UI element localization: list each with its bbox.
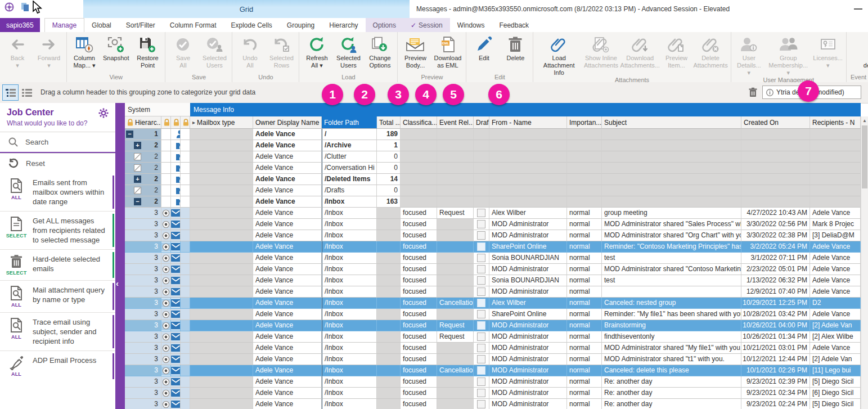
group-membership-button[interactable]: Group Membership... ▾ — [765, 32, 811, 77]
cell-owner[interactable]: Adele Vance — [253, 331, 322, 343]
cell-draft[interactable] — [474, 230, 489, 241]
cell-subject[interactable] — [602, 196, 741, 208]
message-row[interactable]: 3Adele Vance/InboxfocusedMOD Administrat… — [125, 376, 861, 388]
cell-folder-path[interactable]: /Inbox — [322, 354, 377, 365]
load-attachment-info-button[interactable]: Load Attachment Info — [535, 32, 582, 77]
cell-folder-path[interactable]: /Inbox — [322, 219, 377, 230]
folder-row[interactable]: +2Adele Vance/Deleted Items14 — [125, 174, 861, 185]
cell-mailbox-type[interactable] — [190, 185, 253, 196]
tab-explode-cells[interactable]: Explode Cells — [223, 18, 279, 32]
cell-created-on[interactable]: 3/30/2022 02:56 PM — [741, 219, 810, 230]
cell-classification[interactable] — [401, 140, 437, 151]
cell-importance[interactable]: normal — [567, 399, 602, 409]
cell-from_name[interactable] — [489, 163, 567, 174]
cell-folder-path[interactable]: /Archive — [322, 140, 377, 151]
cell-folder-path[interactable]: /Deleted Items — [322, 174, 377, 185]
cell-total[interactable] — [377, 309, 401, 320]
cell-mailbox-type[interactable] — [190, 331, 253, 343]
folder-row[interactable]: 2Adele Vance/Drafts0 — [125, 185, 861, 196]
cell-event-rel[interactable] — [437, 388, 474, 399]
change-options-button[interactable]: Change Options — [364, 32, 395, 69]
cell-owner[interactable]: Adele Vance — [253, 129, 322, 140]
cell-total[interactable] — [377, 241, 401, 253]
cell-importance[interactable]: normal — [567, 219, 602, 230]
expand-icon[interactable]: + — [134, 142, 141, 149]
cell-mailbox-type[interactable] — [190, 286, 253, 298]
cell-subject[interactable]: MOD Administrator shared "Contoso Market… — [602, 264, 741, 275]
cell-total[interactable]: 163 — [377, 196, 401, 208]
cell-mailbox-type[interactable] — [190, 399, 253, 409]
cell-draft[interactable] — [474, 140, 489, 151]
cell-created-on[interactable]: 10/26/2021 04:00 PM — [741, 320, 810, 331]
cell-subject[interactable]: MOD Administrator shared "Sales Process"… — [602, 219, 741, 230]
job-item-emails-sent-from-mailbox-owner[interactable]: ALL Emails sent from mailbox owners with… — [0, 173, 115, 211]
tab-sapio365[interactable]: sapio365 — [0, 18, 40, 32]
cell-folder-path[interactable]: /Inbox — [322, 264, 377, 275]
cell-hierarchy[interactable]: 2 — [125, 185, 161, 196]
cell-classification[interactable] — [401, 151, 437, 163]
col-header-draft[interactable]: Draft — [474, 116, 489, 129]
cell-classification[interactable]: focused — [401, 275, 437, 286]
cell-mailbox-type[interactable] — [190, 275, 253, 286]
cell-importance[interactable]: normal — [567, 331, 602, 343]
folder-row[interactable]: 2Adele Vance/Clutter0 — [125, 151, 861, 163]
cell-from-name[interactable]: MOD Administrator — [489, 354, 567, 365]
list-view-toggle[interactable] — [19, 84, 35, 101]
cell-draft[interactable] — [474, 275, 489, 286]
cell-hierarchy[interactable]: 3 — [125, 286, 161, 298]
edit-button[interactable]: Edit — [468, 32, 500, 62]
cell-owner[interactable]: Adele Vance — [253, 286, 322, 298]
sapio365-logo-icon[interactable] — [5, 2, 14, 12]
cell-from_name[interactable] — [489, 174, 567, 185]
cell-subject[interactable] — [602, 129, 741, 140]
col-header-folder_path[interactable]: Folder Path — [322, 116, 377, 129]
cell-classification[interactable]: focused — [401, 253, 437, 264]
message-row[interactable]: 3Adele Vance/InboxfocusedRequestMOD Admi… — [125, 320, 861, 331]
cell-classification[interactable] — [401, 129, 437, 140]
cell-hierarchy[interactable]: 3 — [125, 230, 161, 241]
cell-draft[interactable] — [474, 185, 489, 196]
cell-from-name[interactable]: MOD Administrator — [489, 320, 567, 331]
cell-recipients[interactable]: [11] Lego bui — [810, 365, 861, 376]
cell-mailbox-type[interactable] — [190, 376, 253, 388]
cell-subject[interactable]: Canceled: nested group — [602, 298, 741, 309]
cell-hierarchy[interactable]: 3 — [125, 253, 161, 264]
cell-total[interactable] — [377, 320, 401, 331]
cell-subject[interactable] — [602, 286, 741, 298]
download-as-eml-button[interactable]: EMLDownload as EML — [431, 32, 464, 69]
col-header-classification[interactable]: Classifica... — [401, 116, 437, 129]
cell-mailbox-type[interactable] — [190, 208, 253, 219]
cell-draft[interactable] — [474, 219, 489, 230]
cell-event-rel[interactable] — [437, 241, 474, 253]
cell-created-on[interactable]: 9/23/2021 02:39 PM — [741, 376, 810, 388]
cell-created-on[interactable]: 10/28/2021 03:42 PM — [741, 309, 810, 320]
draft-checkbox[interactable] — [477, 254, 485, 262]
tab-column-format[interactable]: Column Format — [163, 18, 224, 32]
cell-total[interactable] — [377, 388, 401, 399]
cell-created-on[interactable]: 10/26/2021 01:34 PM — [741, 331, 810, 343]
cell-total[interactable] — [377, 399, 401, 409]
minimize-button[interactable] — [854, 8, 862, 10]
cell-subject[interactable] — [602, 174, 741, 185]
cell-event-rel[interactable] — [437, 286, 474, 298]
cell-total[interactable] — [377, 343, 401, 354]
cell-from-name[interactable]: MOD Administrator — [489, 331, 567, 343]
cell-draft[interactable] — [474, 151, 489, 163]
cell-total[interactable] — [377, 354, 401, 365]
col-header-subject[interactable]: Subject — [602, 116, 741, 129]
cell-subject[interactable]: Brainstorming — [602, 320, 741, 331]
show-inline-attachments-button[interactable]: Show Inline Attachments — [583, 32, 619, 69]
cell-classification[interactable] — [401, 185, 437, 196]
scroll-thumb[interactable] — [862, 125, 867, 188]
draft-checkbox[interactable] — [477, 209, 485, 217]
cell-mailbox-type[interactable] — [190, 264, 253, 275]
cell-draft[interactable] — [474, 253, 489, 264]
cell-owner[interactable]: Adele Vance — [253, 298, 322, 309]
tab-manage[interactable]: Manage — [44, 18, 84, 32]
vertical-scrollbar[interactable]: ▲ — [861, 116, 868, 409]
cell-folder-path[interactable]: /Drafts — [322, 185, 377, 196]
col-header-lock2[interactable] — [171, 116, 181, 129]
cell-recipients[interactable]: Adele Vance — [810, 208, 861, 219]
cell-recipients[interactable]: Adele Vance — [810, 343, 861, 354]
cell-classification[interactable]: focused — [401, 365, 437, 376]
